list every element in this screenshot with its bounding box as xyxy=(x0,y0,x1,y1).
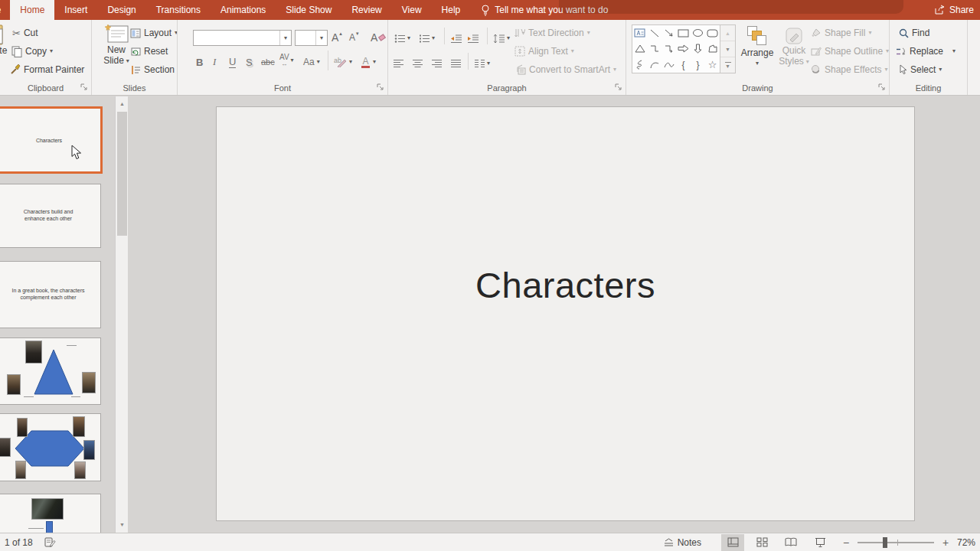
zoom-in-button[interactable]: + xyxy=(940,536,951,549)
layout-button[interactable]: Layout ▾ xyxy=(130,24,178,41)
shape-oval-icon[interactable] xyxy=(691,25,705,41)
zoom-out-button[interactable]: − xyxy=(841,536,851,549)
align-center-button[interactable] xyxy=(412,55,423,72)
paste-button[interactable]: Paste ▾ xyxy=(0,23,11,63)
align-text-button[interactable]: Align Text ▾ xyxy=(514,43,574,60)
reset-button[interactable]: Reset xyxy=(130,43,168,60)
shape-scribble-icon[interactable] xyxy=(632,57,647,73)
scroll-down-button[interactable]: ▼ xyxy=(116,519,128,530)
slide-title-text[interactable]: Characters xyxy=(217,264,914,306)
shape-fill-button[interactable]: Shape Fill ▾ xyxy=(810,24,871,41)
character-spacing-button[interactable]: AV ↔ ▾ xyxy=(279,52,294,69)
thumbnail-slide-6[interactable] xyxy=(0,494,101,533)
current-slide[interactable]: Characters xyxy=(216,106,915,521)
select-button[interactable]: Select ▾ xyxy=(899,61,942,78)
shapes-more-button[interactable]: ▼ xyxy=(720,57,735,73)
font-color-button[interactable]: A ▾ xyxy=(361,54,376,70)
shapes-scroll-down-button[interactable]: ▼ xyxy=(720,41,735,57)
increase-font-size-button[interactable]: A ▴ xyxy=(332,29,342,46)
shape-text-box-icon[interactable] xyxy=(632,25,647,41)
shape-curve-icon[interactable] xyxy=(662,57,676,73)
shape-rounded-rectangle-icon[interactable] xyxy=(705,25,720,41)
thumbnail-scrollbar[interactable]: ▲ ▼ xyxy=(115,96,128,533)
columns-button[interactable]: ▾ xyxy=(474,55,490,72)
highlight-color-button[interactable]: ab ▾ xyxy=(334,54,352,70)
convert-smartart-button[interactable]: Convert to SmartArt ▾ xyxy=(514,61,616,78)
font-size-dropdown[interactable]: ▾ xyxy=(315,31,327,45)
thumbnail-slide-5[interactable] xyxy=(0,413,101,481)
shape-star-icon[interactable]: ☆ xyxy=(705,57,720,73)
paragraph-dialog-launcher[interactable] xyxy=(615,83,622,91)
clipboard-dialog-launcher[interactable] xyxy=(80,83,88,91)
tab-review[interactable]: Review xyxy=(341,0,391,20)
bold-button[interactable]: B xyxy=(196,54,203,70)
shape-line-icon[interactable] xyxy=(647,25,662,41)
scroll-up-button[interactable]: ▲ xyxy=(116,98,128,109)
shape-freeform-icon[interactable] xyxy=(705,41,720,57)
slide-show-button[interactable] xyxy=(808,534,831,551)
shape-triangle-icon[interactable] xyxy=(632,41,647,57)
arrange-button[interactable]: Arrange ▾ xyxy=(739,26,776,67)
shapes-scroll-up-button[interactable]: ▲ xyxy=(720,25,735,41)
shape-left-brace-icon[interactable]: { xyxy=(676,57,691,73)
italic-button[interactable]: I xyxy=(213,54,216,70)
change-case-button[interactable]: Aa ▾ xyxy=(303,54,320,70)
shape-elbow-arrow-connector-icon[interactable] xyxy=(662,41,676,57)
notes-button[interactable]: Notes xyxy=(664,534,701,551)
strikethrough-button[interactable]: abc xyxy=(261,54,275,70)
tab-home[interactable]: Home xyxy=(10,0,54,20)
shape-right-arrow-icon[interactable] xyxy=(676,41,691,57)
text-shadow-button[interactable]: S xyxy=(246,54,253,70)
share-button[interactable]: Share xyxy=(934,0,974,20)
tab-file[interactable]: File xyxy=(0,0,10,20)
spell-check-icon[interactable] xyxy=(44,536,56,548)
font-name-dropdown[interactable]: ▾ xyxy=(279,31,291,45)
bullets-button[interactable]: ▾ xyxy=(394,30,410,47)
numbering-button[interactable]: ▾ xyxy=(419,30,435,47)
font-dialog-launcher[interactable] xyxy=(377,83,384,91)
find-button[interactable]: Find xyxy=(899,24,929,41)
thumbnail-slide-2[interactable]: Characters build and enhance each other xyxy=(0,184,101,248)
align-left-button[interactable] xyxy=(393,55,404,72)
zoom-slider-thumb[interactable] xyxy=(883,537,887,548)
decrease-indent-button[interactable] xyxy=(450,30,462,47)
format-painter-button[interactable]: Format Painter xyxy=(10,61,84,78)
quick-styles-button[interactable]: Quick Styles ▾ xyxy=(776,26,812,67)
tab-transitions[interactable]: Transitions xyxy=(146,0,211,20)
shape-right-brace-icon[interactable]: } xyxy=(691,57,705,73)
shape-down-arrow-icon[interactable] xyxy=(691,41,705,57)
tab-insert[interactable]: Insert xyxy=(54,0,97,20)
line-spacing-button[interactable]: ▾ xyxy=(493,30,510,47)
increase-indent-button[interactable] xyxy=(467,30,479,47)
section-button[interactable]: Section ▾ xyxy=(130,61,178,78)
thumbnail-slide-3[interactable]: In a great book, the characters compleme… xyxy=(0,261,101,328)
shape-elbow-connector-icon[interactable] xyxy=(647,41,662,57)
font-size-combobox[interactable]: ▾ xyxy=(295,30,328,46)
copy-button[interactable]: Copy ▾ xyxy=(11,43,53,60)
shape-arc-icon[interactable] xyxy=(647,57,662,73)
clear-formatting-button[interactable]: A xyxy=(371,29,385,46)
cut-button[interactable]: ✂ Cut xyxy=(12,24,38,41)
slide-sorter-view-button[interactable] xyxy=(750,534,773,551)
decrease-font-size-button[interactable]: A ▾ xyxy=(349,29,359,46)
reading-view-button[interactable] xyxy=(779,534,802,551)
tab-design[interactable]: Design xyxy=(97,0,145,20)
shape-effects-button[interactable]: Shape Effects ▾ xyxy=(810,61,888,78)
font-name-combobox[interactable]: ▾ xyxy=(193,30,292,46)
tab-slide-show[interactable]: Slide Show xyxy=(276,0,341,20)
drawing-dialog-launcher[interactable] xyxy=(878,83,886,91)
shape-arrow-icon[interactable] xyxy=(662,25,676,41)
tab-view[interactable]: View xyxy=(392,0,432,20)
new-slide-button[interactable]: New Slide ▾ xyxy=(98,24,135,67)
slide-editing-area[interactable]: Characters xyxy=(129,96,980,533)
thumbnail-slide-4[interactable] xyxy=(0,337,101,405)
justify-button[interactable] xyxy=(450,55,462,72)
underline-button[interactable]: U xyxy=(229,54,236,70)
thumbnail-slide-1[interactable]: Characters xyxy=(0,106,103,174)
normal-view-button[interactable] xyxy=(721,534,744,551)
tab-animations[interactable]: Animations xyxy=(211,0,276,20)
scrollbar-thumb[interactable] xyxy=(117,112,127,236)
text-direction-button[interactable]: Text Direction ▾ xyxy=(514,24,590,41)
shape-outline-button[interactable]: Shape Outline ▾ xyxy=(810,43,889,60)
tab-help[interactable]: Help xyxy=(432,0,471,20)
